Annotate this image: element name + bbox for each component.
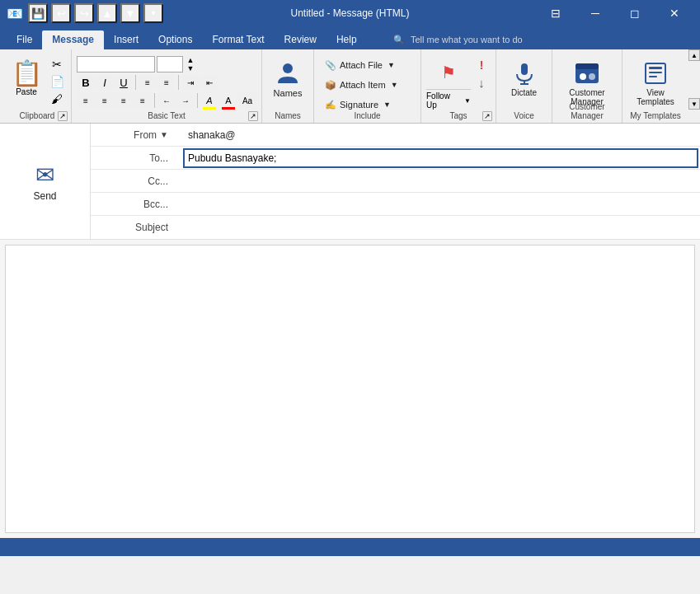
tab-options[interactable]: Options xyxy=(148,30,202,49)
to-input-cell xyxy=(181,148,700,168)
basic-text-label: Basic Text xyxy=(72,111,261,120)
customer-manager-group: Customer Manager Customer Manager xyxy=(552,49,622,123)
copy-button[interactable]: 📄 xyxy=(48,73,66,90)
underline-button[interactable]: U xyxy=(115,74,133,91)
tab-format-text[interactable]: Format Text xyxy=(202,30,274,49)
bcc-button[interactable]: Bcc... xyxy=(137,195,175,213)
cc-row: Cc... xyxy=(91,170,700,193)
move-down-button[interactable]: ▼ xyxy=(120,3,140,23)
app-icon: 📧 xyxy=(7,6,23,21)
font-size-controls: ▲ ▼ xyxy=(185,56,196,72)
ribbon-scroll-down[interactable]: ▼ xyxy=(688,98,700,110)
dictate-button[interactable]: Dictate xyxy=(501,56,547,109)
bcc-input[interactable] xyxy=(185,196,697,213)
align-center-button[interactable]: ≡ xyxy=(96,92,114,109)
format-painter-button[interactable]: 🖌 xyxy=(48,91,66,107)
bold-button[interactable]: B xyxy=(77,74,95,91)
svg-point-0 xyxy=(283,63,293,73)
voice-label: Voice xyxy=(496,111,552,120)
importance-buttons: ! ↓ xyxy=(472,56,491,91)
numbering-button[interactable]: ≡ xyxy=(157,74,176,91)
paste-button[interactable]: 📋 Paste xyxy=(8,56,45,99)
italic-button[interactable]: I xyxy=(96,74,114,91)
to-input[interactable] xyxy=(185,150,697,166)
ribbon-scrollbar: ▲ ▼ xyxy=(688,49,700,110)
email-body[interactable] xyxy=(5,245,695,533)
align-left-button[interactable]: ≡ xyxy=(77,92,95,109)
subject-input-cell xyxy=(181,217,700,237)
high-importance-button[interactable]: ! xyxy=(472,56,491,72)
subject-row: Subject xyxy=(91,216,700,239)
move-up-button[interactable]: ▲ xyxy=(97,3,117,23)
font-name-input[interactable] xyxy=(77,56,155,72)
more-formatting-button[interactable]: Aa xyxy=(238,92,256,109)
names-button[interactable]: Names xyxy=(267,56,308,109)
rtl-button[interactable]: ← xyxy=(157,92,176,109)
svg-rect-5 xyxy=(576,63,599,69)
minimize-button[interactable]: ─ xyxy=(576,0,614,26)
svg-point-6 xyxy=(580,73,586,80)
include-label: Include xyxy=(314,111,420,120)
title-bar-left: 📧 💾 ↩ ↪ ▲ ▼ ▼ xyxy=(7,3,163,23)
indent-less-button[interactable]: ⇤ xyxy=(200,74,218,91)
indent-more-button[interactable]: ⇥ xyxy=(181,74,200,91)
customer-manager-button[interactable]: Customer Manager xyxy=(557,56,617,109)
quick-access-toolbar: 💾 ↩ ↪ ▲ ▼ ▼ xyxy=(28,3,163,23)
subject-input[interactable] xyxy=(185,219,697,236)
font-size-input[interactable] xyxy=(157,56,183,72)
attach-file-button[interactable]: 📎 Attach File ▼ xyxy=(319,56,416,74)
cc-button[interactable]: Cc... xyxy=(141,172,175,190)
search-icon: 🔍 xyxy=(393,35,405,44)
restore-button[interactable]: ◻ xyxy=(616,0,654,26)
ribbon-collapse-button[interactable]: ⊟ xyxy=(537,0,575,26)
names-icon xyxy=(275,60,301,87)
redo-button[interactable]: ↪ xyxy=(74,3,94,23)
customize-button[interactable]: ▼ xyxy=(143,3,163,23)
cc-input[interactable] xyxy=(185,173,697,189)
tab-insert[interactable]: Insert xyxy=(104,30,148,49)
svg-rect-1 xyxy=(521,63,528,75)
view-templates-icon xyxy=(642,60,669,87)
ribbon-tab-bar: File Message Insert Options Format Text … xyxy=(0,26,700,49)
bullets-button[interactable]: ≡ xyxy=(139,74,157,91)
ribbon-search-bar[interactable]: 🔍 Tell me what you want to do xyxy=(383,30,529,49)
ribbon-scroll-up[interactable]: ▲ xyxy=(688,49,700,61)
to-row: To... xyxy=(91,147,700,170)
justify-button[interactable]: ≡ xyxy=(134,92,152,109)
undo-button[interactable]: ↩ xyxy=(51,3,71,23)
tab-help[interactable]: Help xyxy=(327,30,367,49)
decrease-font-button[interactable]: ▼ xyxy=(185,64,196,72)
close-button[interactable]: ✕ xyxy=(655,0,693,26)
separator-3 xyxy=(154,93,155,108)
customer-manager-label: Customer Manager xyxy=(552,102,622,120)
tab-review[interactable]: Review xyxy=(275,30,327,49)
cut-button[interactable]: ✂ xyxy=(48,56,66,72)
attach-file-dropdown-icon: ▼ xyxy=(388,61,395,69)
tab-file[interactable]: File xyxy=(7,30,42,49)
attach-item-button[interactable]: 📦 Attach Item ▼ xyxy=(319,76,416,94)
low-importance-button[interactable]: ↓ xyxy=(472,74,491,91)
basic-text-expander[interactable]: ↗ xyxy=(248,111,258,121)
voice-group: Dictate Voice xyxy=(496,49,552,123)
email-compose-area: ✉ Send From ▼ shanaka@ xyxy=(0,124,700,538)
clipboard-expander[interactable]: ↗ xyxy=(58,111,68,121)
highlight-color-button[interactable]: A xyxy=(200,92,218,109)
send-button[interactable]: ✉ Send xyxy=(22,156,67,208)
from-value-cell: shanaka@ xyxy=(181,128,700,143)
to-button[interactable]: To... xyxy=(143,149,175,167)
align-right-button[interactable]: ≡ xyxy=(115,92,133,109)
follow-up-button[interactable]: Follow Up ▼ xyxy=(426,89,471,111)
font-color-button[interactable]: A xyxy=(219,92,237,109)
from-dropdown-icon[interactable]: ▼ xyxy=(160,130,168,139)
from-address: shanaka@ xyxy=(185,126,239,144)
font-row: ▲ ▼ xyxy=(77,56,256,72)
increase-font-button[interactable]: ▲ xyxy=(185,56,196,64)
email-fields: From ▼ shanaka@ To... xyxy=(91,124,700,239)
svg-rect-11 xyxy=(649,76,657,77)
tab-message[interactable]: Message xyxy=(42,30,104,49)
from-label[interactable]: From ▼ xyxy=(127,126,175,144)
tags-expander[interactable]: ↗ xyxy=(482,111,492,121)
view-templates-button[interactable]: View Templates xyxy=(627,56,684,109)
ltr-button[interactable]: → xyxy=(176,92,195,109)
save-button[interactable]: 💾 xyxy=(28,3,48,23)
